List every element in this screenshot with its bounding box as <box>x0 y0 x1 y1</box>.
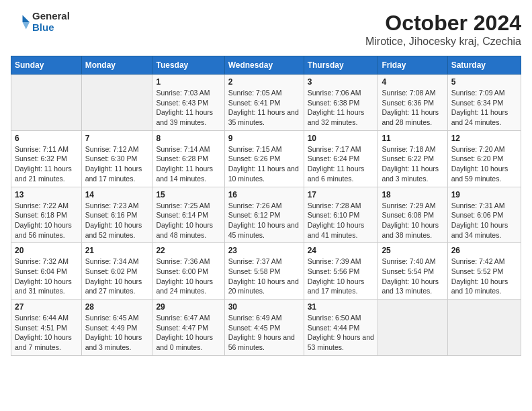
calendar-cell: 29Sunrise: 6:47 AM Sunset: 4:47 PM Dayli… <box>152 300 224 356</box>
logo-blue: Blue <box>32 22 70 34</box>
header-monday: Monday <box>81 56 152 75</box>
logo: General Blue <box>11 11 70 33</box>
calendar-cell: 1Sunrise: 7:03 AM Sunset: 6:43 PM Daylig… <box>152 75 224 131</box>
day-number: 7 <box>85 134 149 143</box>
day-number: 15 <box>156 190 220 199</box>
page-header: General Blue October 2024 Mirotice, Jiho… <box>11 11 521 48</box>
day-number: 26 <box>451 246 517 255</box>
day-number: 11 <box>382 134 443 143</box>
calendar-cell: 27Sunrise: 6:44 AM Sunset: 4:51 PM Dayli… <box>11 300 82 356</box>
day-number: 28 <box>85 302 149 312</box>
calendar-cell: 15Sunrise: 7:25 AM Sunset: 6:14 PM Dayli… <box>152 187 224 243</box>
day-detail: Sunrise: 6:49 AM Sunset: 4:45 PM Dayligh… <box>228 313 300 353</box>
day-number: 21 <box>85 246 149 255</box>
calendar-title: October 2024 <box>365 11 521 36</box>
calendar-week-5: 27Sunrise: 6:44 AM Sunset: 4:51 PM Dayli… <box>11 300 521 356</box>
day-number: 24 <box>308 246 375 255</box>
day-detail: Sunrise: 7:18 AM Sunset: 6:22 PM Dayligh… <box>382 144 443 184</box>
day-detail: Sunrise: 7:22 AM Sunset: 6:18 PM Dayligh… <box>15 201 78 240</box>
calendar-cell: 24Sunrise: 7:39 AM Sunset: 5:56 PM Dayli… <box>304 243 378 300</box>
title-block: October 2024 Mirotice, Jihocesky kraj, C… <box>365 11 521 48</box>
day-detail: Sunrise: 6:45 AM Sunset: 4:49 PM Dayligh… <box>85 313 149 353</box>
calendar-cell <box>378 300 447 356</box>
calendar-cell: 17Sunrise: 7:28 AM Sunset: 6:10 PM Dayli… <box>304 187 378 243</box>
day-number: 31 <box>308 302 375 312</box>
day-number: 27 <box>15 302 78 312</box>
day-number: 14 <box>85 190 149 199</box>
calendar-subtitle: Mirotice, Jihocesky kraj, Czechia <box>365 36 521 48</box>
day-number: 17 <box>308 190 375 199</box>
day-detail: Sunrise: 7:03 AM Sunset: 6:43 PM Dayligh… <box>156 88 220 128</box>
calendar-cell: 31Sunrise: 6:50 AM Sunset: 4:44 PM Dayli… <box>304 300 378 356</box>
day-number: 30 <box>228 302 300 312</box>
svg-marker-1 <box>23 22 30 30</box>
day-detail: Sunrise: 6:50 AM Sunset: 4:44 PM Dayligh… <box>308 313 375 353</box>
day-detail: Sunrise: 7:15 AM Sunset: 6:26 PM Dayligh… <box>228 144 300 184</box>
day-number: 2 <box>228 77 300 87</box>
day-number: 4 <box>382 77 443 87</box>
calendar-cell: 26Sunrise: 7:42 AM Sunset: 5:52 PM Dayli… <box>447 243 521 300</box>
svg-marker-0 <box>23 15 30 22</box>
day-number: 18 <box>382 190 443 199</box>
day-number: 8 <box>156 134 220 143</box>
calendar-cell: 11Sunrise: 7:18 AM Sunset: 6:22 PM Dayli… <box>378 130 447 187</box>
calendar-cell: 14Sunrise: 7:23 AM Sunset: 6:16 PM Dayli… <box>81 187 152 243</box>
day-detail: Sunrise: 7:09 AM Sunset: 6:34 PM Dayligh… <box>451 88 517 128</box>
day-number: 19 <box>451 190 517 199</box>
day-detail: Sunrise: 7:12 AM Sunset: 6:30 PM Dayligh… <box>85 144 149 184</box>
calendar-cell: 8Sunrise: 7:14 AM Sunset: 6:28 PM Daylig… <box>152 130 224 187</box>
calendar-cell: 23Sunrise: 7:37 AM Sunset: 5:58 PM Dayli… <box>224 243 304 300</box>
logo-general: General <box>32 11 70 22</box>
day-detail: Sunrise: 7:23 AM Sunset: 6:16 PM Dayligh… <box>85 201 149 240</box>
calendar-cell: 4Sunrise: 7:08 AM Sunset: 6:36 PM Daylig… <box>378 75 447 131</box>
calendar-cell: 3Sunrise: 7:06 AM Sunset: 6:38 PM Daylig… <box>304 75 378 131</box>
calendar-week-3: 13Sunrise: 7:22 AM Sunset: 6:18 PM Dayli… <box>11 187 521 243</box>
header-thursday: Thursday <box>304 56 378 75</box>
calendar-week-2: 6Sunrise: 7:11 AM Sunset: 6:32 PM Daylig… <box>11 130 521 187</box>
calendar-week-4: 20Sunrise: 7:32 AM Sunset: 6:04 PM Dayli… <box>11 243 521 300</box>
day-detail: Sunrise: 7:34 AM Sunset: 6:02 PM Dayligh… <box>85 257 149 296</box>
day-detail: Sunrise: 7:25 AM Sunset: 6:14 PM Dayligh… <box>156 201 220 240</box>
calendar-table: SundayMondayTuesdayWednesdayThursdayFrid… <box>11 56 521 356</box>
day-detail: Sunrise: 7:31 AM Sunset: 6:06 PM Dayligh… <box>451 201 517 240</box>
day-number: 29 <box>156 302 220 312</box>
day-number: 23 <box>228 246 300 255</box>
day-detail: Sunrise: 6:44 AM Sunset: 4:51 PM Dayligh… <box>15 313 78 353</box>
day-number: 1 <box>156 77 220 87</box>
day-number: 16 <box>228 190 300 199</box>
day-number: 20 <box>15 246 78 255</box>
day-detail: Sunrise: 7:26 AM Sunset: 6:12 PM Dayligh… <box>228 201 300 240</box>
day-number: 12 <box>451 134 517 143</box>
header-sunday: Sunday <box>11 56 82 75</box>
day-detail: Sunrise: 7:37 AM Sunset: 5:58 PM Dayligh… <box>228 257 300 296</box>
day-detail: Sunrise: 7:32 AM Sunset: 6:04 PM Dayligh… <box>15 257 78 296</box>
calendar-cell <box>81 75 152 131</box>
logo-icon <box>11 13 30 32</box>
header-friday: Friday <box>378 56 447 75</box>
day-detail: Sunrise: 7:06 AM Sunset: 6:38 PM Dayligh… <box>308 88 375 128</box>
calendar-week-1: 1Sunrise: 7:03 AM Sunset: 6:43 PM Daylig… <box>11 75 521 131</box>
day-detail: Sunrise: 7:08 AM Sunset: 6:36 PM Dayligh… <box>382 88 443 128</box>
calendar-cell: 6Sunrise: 7:11 AM Sunset: 6:32 PM Daylig… <box>11 130 82 187</box>
day-detail: Sunrise: 7:20 AM Sunset: 6:20 PM Dayligh… <box>451 144 517 184</box>
calendar-cell: 9Sunrise: 7:15 AM Sunset: 6:26 PM Daylig… <box>224 130 304 187</box>
day-number: 3 <box>308 77 375 87</box>
day-detail: Sunrise: 7:05 AM Sunset: 6:41 PM Dayligh… <box>228 88 300 128</box>
logo-text: General Blue <box>32 11 70 33</box>
calendar-cell: 5Sunrise: 7:09 AM Sunset: 6:34 PM Daylig… <box>447 75 521 131</box>
calendar-cell: 20Sunrise: 7:32 AM Sunset: 6:04 PM Dayli… <box>11 243 82 300</box>
day-detail: Sunrise: 7:11 AM Sunset: 6:32 PM Dayligh… <box>15 144 78 184</box>
calendar-cell: 28Sunrise: 6:45 AM Sunset: 4:49 PM Dayli… <box>81 300 152 356</box>
day-number: 22 <box>156 246 220 255</box>
day-detail: Sunrise: 7:36 AM Sunset: 6:00 PM Dayligh… <box>156 257 220 296</box>
day-number: 13 <box>15 190 78 199</box>
calendar-cell: 7Sunrise: 7:12 AM Sunset: 6:30 PM Daylig… <box>81 130 152 187</box>
day-detail: Sunrise: 7:14 AM Sunset: 6:28 PM Dayligh… <box>156 144 220 184</box>
day-detail: Sunrise: 7:29 AM Sunset: 6:08 PM Dayligh… <box>382 201 443 240</box>
calendar-cell: 18Sunrise: 7:29 AM Sunset: 6:08 PM Dayli… <box>378 187 447 243</box>
calendar-cell <box>11 75 82 131</box>
calendar-cell: 21Sunrise: 7:34 AM Sunset: 6:02 PM Dayli… <box>81 243 152 300</box>
calendar-cell: 25Sunrise: 7:40 AM Sunset: 5:54 PM Dayli… <box>378 243 447 300</box>
calendar-cell: 12Sunrise: 7:20 AM Sunset: 6:20 PM Dayli… <box>447 130 521 187</box>
calendar-cell: 19Sunrise: 7:31 AM Sunset: 6:06 PM Dayli… <box>447 187 521 243</box>
